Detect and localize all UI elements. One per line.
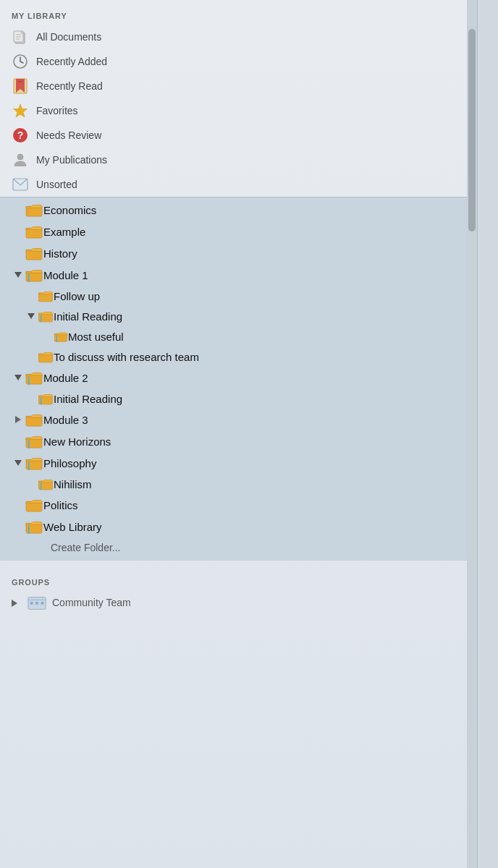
folder-icon-web-library: [25, 519, 43, 534]
svg-text:?: ?: [17, 129, 24, 141]
folder-new-horizons-label: New Horizons: [43, 435, 111, 448]
folder-icon-followup: [38, 289, 54, 302]
svg-rect-29: [35, 602, 38, 605]
create-folder-button[interactable]: Create Folder...: [0, 537, 477, 558]
library-section-header: MY LIBRARY: [0, 0, 477, 25]
sidebar-item-all-documents[interactable]: All Documents: [0, 25, 477, 49]
clock-icon: [12, 53, 29, 70]
folder-icon-module1: [25, 268, 43, 282]
folder-initial-reading-2[interactable]: Initial Reading: [0, 388, 477, 409]
folder-initial-reading-1-label: Initial Reading: [54, 310, 122, 323]
folder-history-label: History: [43, 247, 77, 260]
recently-read-label: Recently Read: [36, 80, 103, 92]
scrollbar-thumb[interactable]: [468, 29, 476, 231]
question-icon: ?: [12, 127, 29, 144]
sidebar-item-unsorted[interactable]: Unsorted: [0, 172, 477, 197]
sidebar: MY LIBRARY All Documents: [0, 0, 478, 868]
svg-rect-28: [30, 602, 33, 605]
folder-module3[interactable]: Module 3: [0, 409, 477, 430]
folder-to-discuss[interactable]: To discuss with research team: [0, 346, 477, 367]
toggle-nihilism: [25, 477, 38, 490]
folder-economics[interactable]: Economics: [0, 199, 477, 221]
svg-rect-30: [41, 602, 44, 605]
folder-economics-label: Economics: [43, 204, 96, 216]
folder-politics[interactable]: Politics: [0, 494, 477, 516]
toggle-module3[interactable]: [12, 413, 25, 426]
favorites-label: Favorites: [36, 105, 78, 116]
folder-web-library[interactable]: Web Library: [0, 516, 477, 537]
needs-review-label: Needs Review: [36, 129, 101, 141]
folder-philosophy-label: Philosophy: [43, 457, 96, 469]
toggle-philosophy[interactable]: [12, 456, 25, 469]
toggle-most-useful: [43, 330, 54, 343]
community-team-label: Community Team: [52, 597, 131, 608]
folder-new-horizons[interactable]: New Horizons: [0, 430, 477, 452]
sidebar-item-needs-review[interactable]: ? Needs Review: [0, 123, 477, 148]
folder-icon-module3: [25, 412, 43, 427]
docs-icon: [12, 28, 29, 46]
folder-history[interactable]: History: [0, 242, 477, 264]
folder-icon-nihilism: [38, 477, 54, 490]
recently-added-label: Recently Added: [36, 56, 107, 67]
scrollbar[interactable]: [467, 0, 477, 868]
folder-icon-initial-reading-2: [38, 392, 54, 405]
folder-nihilism-label: Nihilism: [54, 478, 92, 490]
person-icon: [12, 151, 29, 169]
folder-web-library-label: Web Library: [43, 521, 102, 533]
groups-section: GROUPS Community Team: [0, 561, 477, 614]
toggle-initial-reading-2: [25, 392, 38, 405]
folder-module2-label: Module 2: [43, 372, 88, 384]
folder-icon-politics: [25, 498, 43, 512]
toggle-module1[interactable]: [12, 268, 25, 281]
toggle-followup: [25, 289, 38, 302]
folder-initial-reading-1[interactable]: Initial Reading: [0, 306, 477, 326]
toggle-web-library: [12, 520, 25, 533]
envelope-icon: [12, 176, 29, 193]
folder-philosophy[interactable]: Philosophy: [0, 452, 477, 474]
smart-items-list: All Documents Recently Added: [0, 25, 477, 197]
folder-module1[interactable]: Module 1: [0, 264, 477, 286]
sidebar-item-my-publications[interactable]: My Publications: [0, 148, 477, 172]
folder-icon-economics: [25, 203, 43, 217]
sidebar-item-community-team[interactable]: Community Team: [0, 591, 477, 614]
folder-module3-label: Module 3: [43, 414, 88, 426]
unsorted-label: Unsorted: [36, 179, 77, 190]
folder-politics-label: Politics: [43, 499, 78, 511]
sidebar-item-favorites[interactable]: Favorites: [0, 98, 477, 123]
toggle-example: [12, 225, 25, 238]
folder-example[interactable]: Example: [0, 221, 477, 242]
folder-icon-example: [25, 224, 43, 239]
folder-icon-new-horizons: [25, 434, 43, 448]
folder-most-useful[interactable]: Most useful: [0, 326, 477, 346]
svg-point-14: [17, 154, 23, 160]
group-icon: [28, 595, 46, 610]
folder-icon-most-useful: [54, 331, 68, 342]
folders-list: Economics Example History: [0, 197, 477, 561]
folder-icon-history: [25, 246, 43, 260]
folder-example-label: Example: [43, 226, 85, 238]
folder-initial-reading-2-label: Initial Reading: [54, 393, 122, 405]
folder-icon-module2: [25, 370, 43, 385]
folder-followup-label: Follow up: [54, 290, 100, 302]
toggle-to-discuss: [25, 350, 38, 363]
groups-section-header: GROUPS: [0, 566, 477, 591]
all-documents-label: All Documents: [36, 31, 101, 43]
folder-followup[interactable]: Follow up: [0, 286, 477, 306]
sidebar-item-recently-read[interactable]: Recently Read: [0, 74, 477, 98]
folder-nihilism[interactable]: Nihilism: [0, 474, 477, 494]
sidebar-item-recently-added[interactable]: Recently Added: [0, 49, 477, 74]
toggle-community-team[interactable]: [12, 597, 25, 609]
folder-module1-label: Module 1: [43, 269, 88, 281]
folder-module2[interactable]: Module 2: [0, 367, 477, 388]
toggle-economics: [12, 203, 25, 216]
toggle-initial-reading-1[interactable]: [25, 310, 38, 323]
bookmark-icon: [12, 77, 29, 95]
toggle-history: [12, 247, 25, 260]
folder-icon-to-discuss: [38, 350, 54, 363]
my-publications-label: My Publications: [36, 154, 107, 166]
svg-marker-11: [14, 104, 28, 117]
toggle-politics: [12, 498, 25, 511]
folder-to-discuss-label: To discuss with research team: [54, 351, 199, 363]
toggle-module2[interactable]: [12, 371, 25, 384]
star-icon: [12, 102, 29, 119]
